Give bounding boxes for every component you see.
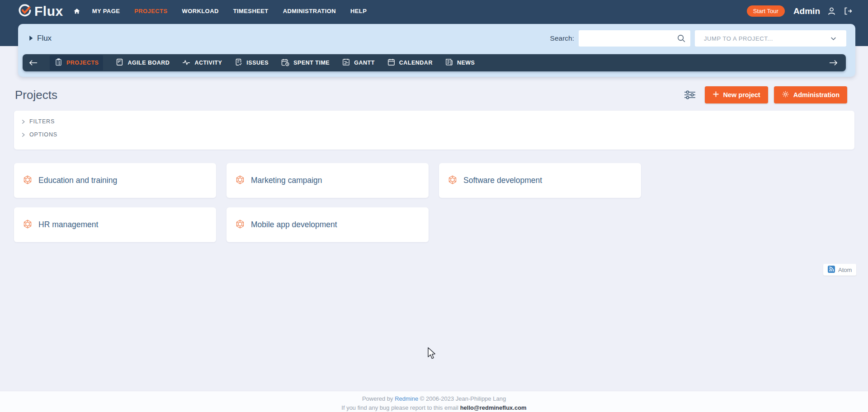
chevron-right-icon	[21, 119, 25, 124]
new-project-label: New project	[723, 91, 760, 98]
home-icon[interactable]	[73, 8, 80, 15]
project-menu-label: NEWS	[457, 60, 475, 66]
project-menu-label: ACTIVITY	[194, 60, 222, 66]
brand-name: Flux	[34, 4, 63, 19]
logout-icon[interactable]	[843, 6, 853, 16]
project-menu-bar: PROJECTS AGILE BOARD ACTIVITY ISSUES	[23, 54, 846, 71]
chevron-down-icon	[830, 35, 837, 42]
footer-powered-prefix: Powered by	[362, 395, 393, 402]
project-card-education-and-training[interactable]: Education and training	[14, 163, 216, 198]
project-card-mobile-app-development[interactable]: Mobile app development	[226, 207, 429, 242]
topnav-right-cluster: Start Tour Admin	[747, 5, 853, 17]
project-card-marketing-campaign[interactable]: Marketing campaign	[226, 163, 429, 198]
triangle-right-icon	[29, 34, 33, 42]
nav-item-administration[interactable]: ADMINISTRATION	[283, 8, 336, 14]
atom-feed-button[interactable]: Atom	[823, 264, 856, 276]
subheader-row: Flux Search: JUMP TO A PROJECT...	[18, 24, 855, 53]
jump-to-project-select[interactable]: JUMP TO A PROJECT...	[695, 30, 846, 47]
hexagon-project-icon	[23, 219, 33, 231]
project-card-software-development[interactable]: Software development	[439, 163, 641, 198]
project-name: Software development	[463, 176, 542, 185]
page-header: Projects New project Administration	[15, 86, 847, 103]
page-title: Projects	[15, 88, 57, 102]
arrow-left-icon[interactable]	[29, 60, 38, 66]
options-toggle[interactable]: OPTIONS	[21, 131, 847, 138]
header-actions: New project Administration	[684, 86, 848, 103]
filters-toggle[interactable]: FILTERS	[21, 118, 847, 125]
jump-to-project-value: JUMP TO A PROJECT...	[704, 35, 773, 42]
search-cluster: Search: JUMP TO A PROJECT...	[550, 30, 846, 47]
newspaper-icon	[445, 58, 453, 68]
search-box	[579, 30, 690, 47]
project-menu-calendar[interactable]: CALENDAR	[387, 58, 433, 68]
calendar-icon	[387, 58, 396, 68]
arrow-right-icon[interactable]	[829, 60, 838, 66]
activity-pulse-icon	[182, 58, 191, 68]
start-tour-button[interactable]: Start Tour	[747, 5, 785, 17]
nav-item-help[interactable]: HELP	[350, 8, 367, 14]
nav-item-timesheet[interactable]: TIMESHEET	[233, 8, 269, 14]
gantt-chart-icon	[342, 58, 350, 68]
search-input[interactable]	[579, 30, 690, 47]
time-calendar-icon	[281, 58, 290, 68]
footer-powered-suffix: © 2006-2023 Jean-Philippe Lang	[420, 395, 506, 402]
project-menu-label: ISSUES	[246, 60, 269, 66]
footer-bug-line: If you find any bug please report to thi…	[0, 403, 868, 412]
chevron-right-icon	[21, 132, 25, 137]
breadcrumb[interactable]: Flux	[29, 34, 52, 43]
hexagon-project-icon	[235, 175, 245, 187]
sliders-icon[interactable]	[684, 90, 696, 100]
redmine-link[interactable]: Redmine	[395, 395, 418, 402]
clipboard-list-icon	[54, 58, 63, 68]
project-name: Mobile app development	[251, 220, 337, 229]
nav-item-workload[interactable]: WORKLOAD	[182, 8, 219, 14]
nav-item-my-page[interactable]: MY PAGE	[92, 8, 120, 14]
nav-item-projects[interactable]: PROJECTS	[134, 8, 167, 14]
bug-report-email-link[interactable]: hello@redmineflux.com	[460, 404, 527, 411]
footer-powered-line: Powered by Redmine © 2006-2023 Jean-Phil…	[0, 394, 868, 403]
administration-label: Administration	[793, 91, 840, 98]
footer: Powered by Redmine © 2006-2023 Jean-Phil…	[0, 391, 868, 412]
top-navbar: Flux MY PAGE PROJECTS WORKLOAD TIMESHEET…	[0, 0, 868, 22]
plus-icon	[712, 91, 719, 99]
topnav-menu: MY PAGE PROJECTS WORKLOAD TIMESHEET ADMI…	[92, 8, 367, 14]
options-label: OPTIONS	[29, 131, 57, 138]
project-menu-news[interactable]: NEWS	[445, 58, 475, 68]
breadcrumb-label: Flux	[37, 34, 52, 43]
hexagon-project-icon	[235, 219, 245, 231]
project-menu-label: CALENDAR	[399, 60, 433, 66]
administration-button[interactable]: Administration	[774, 86, 847, 103]
check-circle-icon	[18, 4, 32, 19]
mouse-cursor	[427, 347, 439, 362]
logged-in-user[interactable]: Admin	[793, 6, 820, 16]
hexagon-project-icon	[448, 175, 458, 187]
project-menu-projects[interactable]: PROJECTS	[50, 55, 103, 70]
project-menu-label: PROJECTS	[66, 60, 99, 66]
project-menu-gantt[interactable]: GANTT	[342, 58, 375, 68]
kanban-board-icon	[115, 58, 124, 68]
person-icon[interactable]	[827, 6, 836, 16]
issue-document-icon	[234, 58, 243, 68]
project-menu-spent-time[interactable]: SPENT TIME	[281, 58, 330, 68]
flux-logo[interactable]: Flux	[18, 4, 63, 19]
new-project-button[interactable]: New project	[705, 86, 768, 103]
project-menu-activity[interactable]: ACTIVITY	[182, 58, 222, 68]
footer-bug-prefix: If you find any bug please report to thi…	[341, 404, 458, 411]
project-menu-label: GANTT	[354, 60, 375, 66]
project-name: HR management	[38, 220, 98, 229]
filters-label: FILTERS	[29, 118, 55, 125]
project-menu-agile-board[interactable]: AGILE BOARD	[115, 58, 170, 68]
rss-icon	[828, 266, 835, 274]
gear-icon	[782, 90, 789, 99]
project-card-hr-management[interactable]: HR management	[14, 207, 216, 242]
project-name: Education and training	[38, 176, 117, 185]
hexagon-project-icon	[23, 175, 33, 187]
filters-panel: FILTERS OPTIONS	[14, 111, 854, 150]
search-label: Search:	[550, 34, 574, 42]
projects-grid: Education and training Marketing campaig…	[14, 163, 641, 242]
project-menu-label: AGILE BOARD	[127, 60, 170, 66]
project-name: Marketing campaign	[251, 176, 322, 185]
atom-label: Atom	[838, 267, 852, 273]
project-menu-issues[interactable]: ISSUES	[234, 58, 269, 68]
project-menu-label: SPENT TIME	[293, 60, 330, 66]
